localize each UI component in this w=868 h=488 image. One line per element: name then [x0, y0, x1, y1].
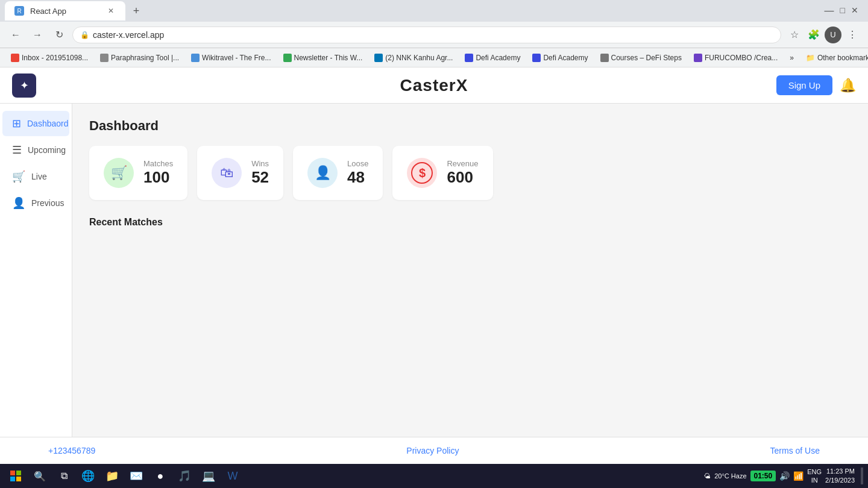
- dashboard-icon: ⊞: [12, 117, 21, 130]
- sidebar-item-previous[interactable]: 👤 Previous: [2, 190, 69, 216]
- tab-favicon: R: [14, 6, 24, 16]
- volume-icon[interactable]: 🔊: [779, 471, 790, 481]
- profile-button[interactable]: U: [825, 27, 841, 43]
- search-button[interactable]: 🔍: [29, 465, 51, 487]
- stat-card-loose: 👤 Loose 48: [293, 146, 383, 200]
- extensions-button[interactable]: 🧩: [805, 27, 822, 43]
- menu-button[interactable]: ⋮: [844, 27, 861, 43]
- svg-rect-3: [16, 477, 21, 481]
- bookmark-item[interactable]: Wikitravel - The Fre...: [187, 52, 274, 64]
- matches-icon: 🛒: [111, 165, 127, 181]
- bookmark-item[interactable]: Courses – DeFi Steps: [597, 52, 685, 64]
- recent-matches-title: Recent Matches: [89, 217, 851, 228]
- bookmark-item[interactable]: Paraphrasing Tool |...: [96, 52, 183, 64]
- app-header: ✦ CasterX Sign Up 🔔: [0, 67, 868, 104]
- language-region: ENG IN: [807, 468, 822, 485]
- wins-info: Wins 52: [251, 159, 269, 187]
- revenue-icon: $: [411, 162, 433, 184]
- show-desktop-button[interactable]: [861, 468, 863, 484]
- loose-icon-wrap: 👤: [307, 158, 338, 188]
- url-text: caster-x.vercel.app: [93, 30, 164, 40]
- bookmark-icon: [465, 54, 473, 62]
- address-bar[interactable]: 🔒 caster-x.vercel.app: [72, 27, 781, 43]
- bookmark-item[interactable]: FURUCOMBO /Crea...: [690, 52, 781, 64]
- wins-value: 52: [251, 168, 269, 187]
- sidebar-item-label: Upcoming: [28, 145, 66, 155]
- bookmark-star-button[interactable]: ☆: [786, 27, 803, 43]
- revenue-icon-wrap: $: [407, 158, 437, 188]
- bookmark-item[interactable]: Defi Academy: [461, 52, 524, 64]
- maximize-button[interactable]: □: [840, 5, 845, 16]
- bookmark-icon: [100, 54, 108, 62]
- other-bookmarks-button[interactable]: 📁 Other bookmarks: [802, 52, 868, 64]
- wins-icon: 🛍: [220, 165, 233, 181]
- spotify-icon[interactable]: 🎵: [174, 465, 195, 487]
- browser-tab[interactable]: R React App ✕: [5, 1, 125, 20]
- sidebar-item-dashboard[interactable]: ⊞ Dashbaord: [2, 111, 69, 136]
- minimize-button[interactable]: —: [825, 5, 834, 16]
- back-button[interactable]: ←: [7, 27, 24, 43]
- wins-label: Wins: [251, 159, 269, 168]
- weather-text: 20°C Haze: [714, 472, 746, 480]
- bookmark-icon: [191, 54, 200, 62]
- bookmark-icon: [532, 54, 541, 62]
- bookmark-item[interactable]: (2) NNK Kanhu Agr...: [371, 52, 456, 64]
- revenue-value: 600: [447, 168, 478, 187]
- matches-value: 100: [143, 168, 173, 187]
- tab-close-button[interactable]: ✕: [106, 6, 116, 16]
- bookmark-item[interactable]: Inbox - 201951098...: [7, 52, 92, 64]
- chrome-icon[interactable]: ●: [149, 465, 171, 487]
- explorer-icon[interactable]: 📁: [101, 465, 123, 487]
- upcoming-icon: ☰: [12, 143, 22, 157]
- bookmarks-bar: Inbox - 201951098... Paraphrasing Tool |…: [0, 48, 868, 67]
- lock-icon: 🔒: [80, 31, 89, 39]
- header-actions: Sign Up 🔔: [776, 75, 856, 95]
- svg-rect-0: [10, 471, 15, 475]
- revenue-label: Revenue: [447, 159, 478, 168]
- sidebar-item-label: Previous: [31, 198, 64, 208]
- bookmark-icon: [11, 54, 19, 62]
- bell-icon[interactable]: 🔔: [840, 78, 856, 93]
- forward-button[interactable]: →: [29, 27, 46, 43]
- footer-terms[interactable]: Terms of Use: [770, 446, 820, 455]
- bookmark-icon: [283, 54, 292, 62]
- more-bookmarks-button[interactable]: »: [786, 52, 797, 64]
- task-view-icon: ⧉: [61, 471, 68, 481]
- svg-rect-1: [16, 471, 21, 475]
- bookmark-item[interactable]: Newsletter - This W...: [280, 52, 366, 64]
- loose-icon: 👤: [315, 165, 331, 181]
- sidebar-item-upcoming[interactable]: ☰ Upcoming: [2, 137, 69, 163]
- main-content: Dashboard 🛒 Matches 100 🛍: [72, 104, 868, 437]
- stats-grid: 🛒 Matches 100 🛍 Wins 52: [89, 146, 851, 200]
- loose-label: Loose: [347, 159, 368, 168]
- footer-privacy[interactable]: Privacy Policy: [406, 446, 459, 455]
- new-tab-button[interactable]: +: [128, 2, 145, 19]
- bookmark-icon: [694, 54, 702, 62]
- bookmark-item[interactable]: Defi Academy: [529, 52, 591, 64]
- battery-indicator: 01:50: [750, 471, 776, 481]
- loose-info: Loose 48: [347, 159, 368, 187]
- footer-phone[interactable]: +123456789: [48, 446, 95, 455]
- tab-title: React App: [30, 7, 66, 16]
- svg-rect-2: [10, 477, 15, 481]
- close-button[interactable]: ✕: [851, 5, 858, 16]
- stat-card-matches: 🛒 Matches 100: [89, 146, 187, 200]
- search-icon: 🔍: [34, 471, 46, 482]
- edge-icon[interactable]: 🌐: [77, 465, 99, 487]
- bookmark-icon: [374, 54, 383, 62]
- loose-value: 48: [347, 168, 368, 187]
- mail-icon[interactable]: ✉️: [125, 465, 147, 487]
- matches-label: Matches: [143, 159, 173, 168]
- refresh-button[interactable]: ↻: [51, 27, 68, 43]
- live-icon: 🛒: [12, 170, 25, 183]
- task-view-button[interactable]: ⧉: [53, 465, 75, 487]
- app-footer: +123456789 Privacy Policy Terms of Use: [0, 437, 868, 464]
- signup-button[interactable]: Sign Up: [776, 75, 832, 95]
- stat-card-wins: 🛍 Wins 52: [197, 146, 283, 200]
- system-tray: 🌤 20°C Haze 01:50 🔊 📶 ENG IN 11:23 PM 2/…: [704, 467, 863, 486]
- word-icon[interactable]: W: [222, 465, 244, 487]
- wifi-icon: 📶: [793, 471, 804, 481]
- vscode-icon[interactable]: 💻: [198, 465, 219, 487]
- sidebar-item-live[interactable]: 🛒 Live: [2, 164, 69, 189]
- start-button[interactable]: [5, 465, 27, 487]
